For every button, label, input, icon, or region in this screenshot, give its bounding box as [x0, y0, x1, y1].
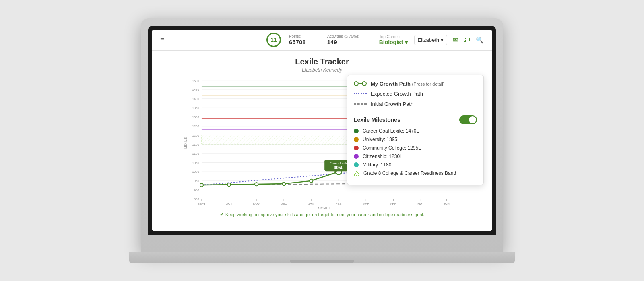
svg-text:NOV: NOV [253, 201, 260, 205]
svg-text:1200: 1200 [192, 133, 199, 137]
milestones-header: Lexile Milestones [354, 115, 477, 124]
data-point [227, 183, 231, 186]
legend-growth-path-label: My Growth Path (Press for detail) [371, 81, 444, 87]
legend-growth-path[interactable]: My Growth Path (Press for detail) [354, 81, 477, 87]
community-college-label: Community College: 1295L [363, 145, 421, 151]
svg-text:850: 850 [194, 197, 199, 201]
svg-text:APR: APR [390, 201, 396, 205]
svg-text:DEC: DEC [281, 201, 287, 205]
community-college-dot [354, 146, 359, 150]
legend-initial-path: Initial Growth Path [354, 101, 477, 107]
svg-text:1250: 1250 [192, 124, 199, 128]
svg-text:1300: 1300 [192, 115, 199, 119]
data-point [200, 183, 203, 187]
svg-text:MAY: MAY [417, 201, 424, 205]
header-right-group: Elizabeth ▾ ✉ 🏷 🔍 [414, 35, 484, 45]
user-name: Elizabeth [418, 37, 439, 43]
military-label: Military: 1180L [363, 162, 394, 168]
career-goal-dot [354, 129, 359, 133]
activities-stat: Activities (≥ 75%): 149 [327, 34, 359, 45]
svg-text:1350: 1350 [192, 106, 199, 110]
divider-2 [369, 34, 369, 46]
points-stat: Points: 65708 [289, 34, 306, 45]
milestone-career-goal: Career Goal Lexile: 1470L [354, 128, 477, 134]
svg-text:MONTH: MONTH [318, 207, 330, 209]
svg-text:FEB: FEB [336, 201, 342, 205]
chart-footer-text: Keep working to improve your skills and … [225, 212, 424, 217]
career-dropdown-icon[interactable]: ▾ [405, 39, 408, 45]
milestone-military: Military: 1180L [354, 162, 477, 168]
career-value: Biologist [379, 39, 403, 45]
notification-icon[interactable]: 🏷 [464, 36, 470, 43]
svg-text:1000: 1000 [192, 170, 199, 174]
milestone-community-college: Community College: 1295L [354, 145, 477, 151]
chart-footer: ✔ Keep working to improve your skills an… [160, 212, 484, 217]
milestones-title: Lexile Milestones [354, 117, 400, 123]
career-stat: Top Career: Biologist ▾ [379, 35, 408, 45]
data-point [255, 182, 258, 185]
svg-text:950: 950 [194, 179, 199, 183]
expected-path-label: Expected Growth Path [371, 91, 423, 97]
milestone-citizenship: Citizenship: 1230L [354, 154, 477, 159]
chart-title: Lexile Tracker [160, 57, 484, 66]
citizenship-label: Citizenship: 1230L [363, 154, 402, 159]
citizenship-dot [354, 154, 359, 159]
level-badge: 11 [266, 33, 281, 47]
band-label: Grade 8 College & Career Readiness Band [363, 170, 456, 176]
svg-text:SEPT: SEPT [198, 201, 206, 205]
svg-text:MAR: MAR [363, 201, 370, 205]
svg-text:LEXILE: LEXILE [184, 137, 188, 148]
growth-path-line-icon [354, 83, 367, 84]
legend-expected-path: Expected Growth Path [354, 91, 477, 97]
menu-icon[interactable]: ≡ [160, 36, 165, 44]
svg-text:1500: 1500 [192, 79, 199, 83]
milestone-band: Grade 8 College & Career Readiness Band [354, 170, 477, 176]
milestones-toggle[interactable] [459, 115, 477, 124]
divider-1 [316, 34, 316, 46]
military-dot [354, 162, 359, 167]
milestone-university: University: 1395L [354, 137, 477, 142]
svg-text:995L: 995L [334, 165, 343, 170]
svg-text:1050: 1050 [192, 161, 199, 164]
university-dot [354, 137, 359, 142]
legend-panel: My Growth Path (Press for detail) Expect… [347, 75, 484, 185]
main-content: Lexile Tracker Elizabeth Kennedy LEXILE [152, 51, 492, 231]
data-point [310, 179, 313, 182]
band-icon [354, 171, 359, 176]
svg-text:JUN: JUN [444, 201, 450, 205]
search-icon[interactable]: 🔍 [476, 36, 484, 44]
milestones-section: Lexile Milestones Career Goal Lexile: 14… [354, 111, 477, 176]
svg-text:Current Lexile: Current Lexile [330, 161, 348, 165]
app-header: ≡ 11 Points: 65708 Activities (≥ 75%): 1… [152, 30, 492, 51]
initial-path-label: Initial Growth Path [371, 101, 413, 107]
svg-text:1150: 1150 [192, 143, 199, 146]
university-label: University: 1395L [363, 137, 400, 142]
svg-text:900: 900 [194, 188, 199, 192]
data-point [282, 182, 285, 185]
user-button[interactable]: Elizabeth ▾ [414, 35, 447, 45]
chart-subtitle: Elizabeth Kennedy [160, 67, 484, 73]
laptop-base [129, 252, 515, 263]
svg-text:JAN: JAN [308, 201, 314, 205]
svg-text:1100: 1100 [192, 152, 199, 155]
career-goal-label: Career Goal Lexile: 1470L [363, 128, 419, 134]
initial-path-icon [354, 103, 367, 105]
growth-path-detail: (Press for detail) [412, 82, 445, 86]
svg-text:1450: 1450 [192, 88, 199, 92]
user-dropdown-icon: ▾ [441, 37, 444, 43]
mail-icon[interactable]: ✉ [453, 36, 458, 44]
svg-text:OCT: OCT [226, 201, 233, 205]
svg-text:1400: 1400 [192, 97, 199, 101]
expected-path-icon [354, 93, 367, 94]
